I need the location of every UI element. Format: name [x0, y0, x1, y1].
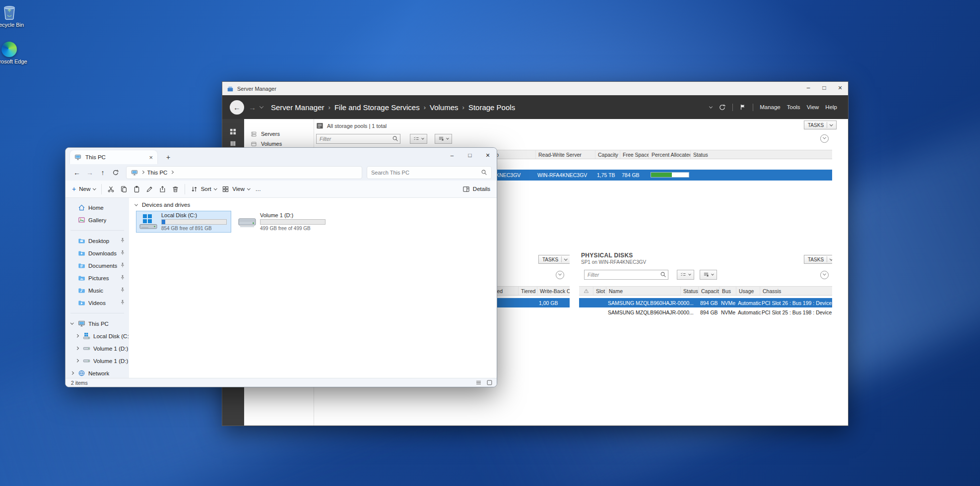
- physical-disk-row[interactable]: SAMSUNG MZQLB960HAJR-0000... 894 GB NVMe…: [579, 307, 832, 317]
- menu-tools[interactable]: Tools: [787, 104, 800, 110]
- large-icons-view-icon[interactable]: [486, 379, 493, 386]
- menu-view[interactable]: View: [807, 104, 819, 110]
- sidebar-item-network[interactable]: Network: [65, 367, 129, 378]
- chevron-right-icon[interactable]: [75, 359, 78, 362]
- column-read-write-server[interactable]: Read-Write Server: [535, 150, 595, 159]
- dashboard-icon[interactable]: [229, 128, 237, 135]
- sidebar-item-local-disk-c[interactable]: Local Disk (C:): [65, 330, 129, 342]
- column-capacity[interactable]: Capacity: [595, 150, 620, 159]
- sidebar-item-videos[interactable]: Videos: [65, 297, 129, 309]
- pools-saved-filters-button[interactable]: [410, 134, 427, 144]
- column-tiered[interactable]: Tiered: [518, 287, 537, 295]
- forward-button[interactable]: [83, 166, 96, 179]
- drive-tile-volume-1-d[interactable]: Volume 1 (D:) 499 GB free of 499 GB: [235, 211, 330, 233]
- share-button[interactable]: [159, 185, 166, 193]
- pools-collapse-button[interactable]: [820, 134, 829, 143]
- desktop-icon-recycle-bin[interactable]: Recycle Bin: [0, 4, 29, 28]
- search-input[interactable]: [371, 170, 478, 176]
- address-bar[interactable]: This PC: [126, 166, 362, 179]
- server-manager-titlebar[interactable]: Server Manager: [222, 82, 848, 95]
- chevron-right-icon[interactable]: [170, 171, 173, 174]
- chevron-right-icon[interactable]: [75, 334, 78, 337]
- physical-disks-saved-filters-button[interactable]: [677, 270, 694, 280]
- sidebar-item-desktop[interactable]: Desktop: [65, 235, 129, 247]
- sidebar-item-volume-1-d[interactable]: Volume 1 (D:): [65, 355, 129, 367]
- new-tab-button[interactable]: [163, 152, 174, 163]
- column-bus[interactable]: Bus: [719, 287, 736, 295]
- physical-disk-row[interactable]: SAMSUNG MZQLB960HAJR-0000... 894 GB NVMe…: [579, 298, 832, 307]
- desktop-icon-microsoft-edge[interactable]: Microsoft Edge: [0, 42, 28, 65]
- breadcrumb-file-and-storage-services[interactable]: File and Storage Services: [334, 103, 420, 112]
- breadcrumb-storage-pools[interactable]: Storage Pools: [468, 103, 515, 112]
- delete-button[interactable]: [172, 185, 179, 193]
- pools-grouping-button[interactable]: [435, 134, 452, 144]
- more-options-button[interactable]: …: [256, 186, 261, 192]
- sidebar-item-this-pc[interactable]: This PC: [65, 317, 129, 330]
- drive-tile-local-disk-c[interactable]: Local Disk (C:) 854 GB free of 891 GB: [136, 211, 231, 233]
- view-button[interactable]: View: [222, 185, 250, 193]
- sidebar-item-downloads[interactable]: Downloads: [65, 247, 129, 259]
- forward-button[interactable]: [249, 103, 256, 112]
- sidebar-item-volume-1-d[interactable]: Volume 1 (D:): [65, 342, 129, 355]
- virtual-disks-tasks-button[interactable]: TASKS: [538, 255, 570, 264]
- menu-help[interactable]: Help: [825, 104, 837, 110]
- explorer-tabbar[interactable]: This PC: [65, 148, 497, 164]
- physical-disks-filter-input[interactable]: [584, 270, 668, 280]
- column-write-back-cache[interactable]: Write-Back Cache: [537, 287, 570, 295]
- column-status[interactable]: Status: [690, 150, 750, 159]
- copy-button[interactable]: [120, 185, 128, 193]
- sidebar-item-gallery[interactable]: Gallery: [65, 214, 129, 226]
- sidebar-item-home[interactable]: Home: [65, 201, 129, 214]
- sidebar-item-documents[interactable]: Documents: [65, 259, 129, 272]
- servers-strip-icon[interactable]: [229, 140, 237, 147]
- rename-button[interactable]: [146, 185, 153, 193]
- pools-filter-input[interactable]: [316, 134, 400, 144]
- refresh-button[interactable]: [109, 166, 122, 179]
- breadcrumb-server-manager[interactable]: Server Manager: [271, 103, 325, 112]
- column-capacity[interactable]: Capacity: [698, 287, 719, 295]
- physical-disks-grouping-button[interactable]: [700, 270, 717, 280]
- close-button[interactable]: [832, 82, 848, 94]
- nav-item-servers[interactable]: Servers: [244, 129, 314, 139]
- column-alert[interactable]: [581, 287, 593, 295]
- close-button[interactable]: [479, 148, 497, 163]
- back-button[interactable]: [230, 100, 244, 115]
- sort-button[interactable]: Sort: [191, 185, 217, 193]
- chevron-right-icon[interactable]: [75, 347, 78, 350]
- notifications-flag-icon[interactable]: [739, 104, 746, 111]
- chevron-down-icon[interactable]: [70, 321, 73, 324]
- details-view-icon[interactable]: [475, 379, 482, 386]
- back-button[interactable]: [70, 166, 83, 179]
- physical-disks-tasks-button[interactable]: TASKS: [804, 255, 832, 264]
- breadcrumb-volumes[interactable]: Volumes: [430, 103, 458, 112]
- refresh-icon[interactable]: [719, 104, 726, 111]
- address-segment-this-pc[interactable]: This PC: [147, 170, 168, 176]
- cut-button[interactable]: [107, 185, 115, 193]
- up-button[interactable]: [96, 166, 109, 179]
- column-name[interactable]: Name: [606, 287, 680, 295]
- storage-pools-tasks-button[interactable]: TASKS: [804, 121, 837, 129]
- physical-disks-collapse-button[interactable]: [820, 271, 829, 279]
- maximize-button[interactable]: [816, 82, 832, 94]
- virtual-disks-collapse-button[interactable]: [556, 271, 564, 279]
- chevron-right-icon[interactable]: [70, 371, 73, 374]
- paste-button[interactable]: [133, 185, 140, 193]
- new-button[interactable]: New: [72, 185, 96, 193]
- column-slot[interactable]: Slot: [593, 287, 606, 295]
- maximize-button[interactable]: [461, 148, 479, 163]
- sidebar-item-music[interactable]: Music: [65, 284, 129, 297]
- tab-close-icon[interactable]: [149, 154, 153, 161]
- column-percent-allocated[interactable]: Percent Allocated: [649, 150, 690, 159]
- chevron-right-icon[interactable]: [141, 171, 144, 174]
- notifications-caret-icon[interactable]: [709, 105, 713, 108]
- explorer-tab-this-pc[interactable]: This PC: [70, 150, 157, 164]
- details-button[interactable]: Details: [462, 185, 490, 193]
- column-usage[interactable]: Usage: [736, 287, 760, 295]
- minimize-button[interactable]: [443, 148, 461, 163]
- column-status[interactable]: Status: [680, 287, 698, 295]
- menu-manage[interactable]: Manage: [760, 104, 781, 110]
- group-header-devices-and-drives[interactable]: Devices and drives: [135, 202, 190, 208]
- location-dropdown-icon[interactable]: [260, 104, 263, 108]
- minimize-button[interactable]: [800, 82, 816, 94]
- column-free-space[interactable]: Free Space: [620, 150, 649, 159]
